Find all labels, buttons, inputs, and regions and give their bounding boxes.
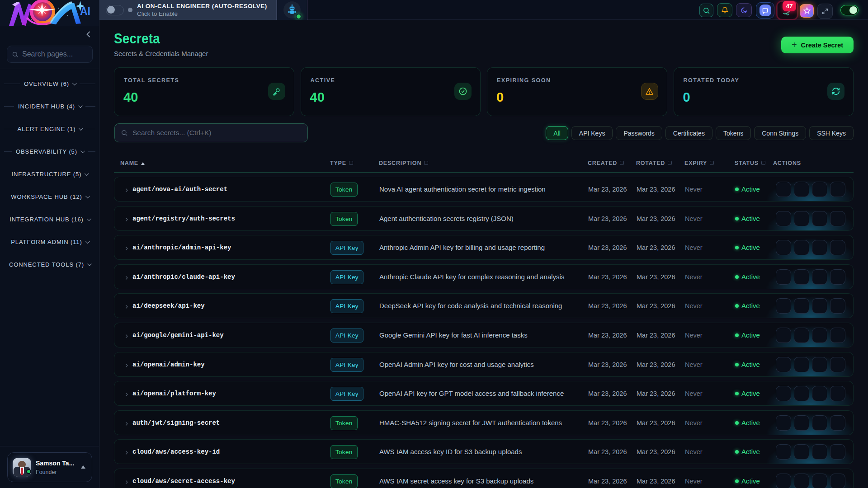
svg-text:AI: AI	[80, 5, 90, 17]
